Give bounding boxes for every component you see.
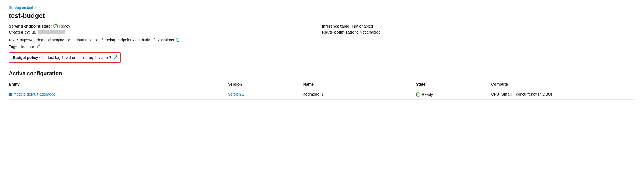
col-header-compute: Compute [491, 80, 635, 89]
check-circle-icon [53, 24, 58, 28]
inference-value: Not enabled [352, 24, 373, 28]
budget-info-icon[interactable]: i [39, 56, 43, 59]
version-cell: Version 1 [228, 89, 303, 100]
meta-section: Serving endpoint state: Ready Inference … [9, 24, 635, 34]
inference-row: Inference table: Not enabled [322, 24, 635, 28]
breadcrumb-separator: › [39, 6, 40, 10]
table-row: models.default.addmodel Version 1 addmod… [9, 89, 635, 100]
state-cell: Ready [416, 89, 491, 100]
budget-tag-1: test tag 1: value [48, 55, 75, 60]
tags-row: Tags: foo: bar [9, 44, 635, 49]
user-name-placeholder [38, 30, 65, 34]
page-title: test-budget [9, 12, 635, 20]
budget-tag-2: test tag 2: value 2 [80, 55, 111, 60]
url-value: https://e2-dogfood.staging.cloud.databri… [20, 38, 174, 42]
url-label: URL: [9, 38, 18, 42]
route-value: Not enabled [360, 30, 381, 34]
entity-icon [9, 93, 12, 96]
col-header-name: Name [303, 80, 416, 89]
edit-budget-policy-button[interactable] [113, 55, 117, 60]
route-optimization-row: Route optimization: Not enabled [322, 30, 635, 34]
budget-colon: : [44, 55, 46, 60]
copy-url-button[interactable] [176, 38, 179, 42]
compute-cell: CPU, Small 4 concurrency (4 DBU) [491, 89, 635, 100]
inference-label: Inference table: [322, 24, 350, 28]
entity-cell: models.default.addmodel [9, 89, 228, 100]
tags-label: Tags: [9, 45, 19, 49]
state-label: Serving endpoint state: [9, 24, 52, 28]
active-config-section: Active configuration Entity Version Name… [9, 70, 635, 100]
compute-detail-text: 4 concurrency (4 DBU) [513, 92, 552, 96]
table-body: models.default.addmodel Version 1 addmod… [9, 89, 635, 100]
name-cell: addmodel-1 [303, 89, 416, 100]
route-label: Route optimization: [322, 30, 358, 34]
edit-tags-button[interactable] [36, 44, 40, 49]
state-row: Serving endpoint state: Ready [9, 24, 322, 28]
budget-policy-box: Budget policy i : test tag 1: value test… [9, 52, 121, 63]
table-header: Entity Version Name State Compute [9, 80, 635, 89]
col-header-state: State [416, 80, 491, 89]
config-table: Entity Version Name State Compute models… [9, 80, 635, 100]
state-ready: Ready [416, 92, 433, 97]
entity-name: models.default.addmodel [13, 92, 56, 96]
created-by-row: Created by: [9, 30, 322, 34]
url-row: URL: https://e2-dogfood.staging.cloud.da… [9, 38, 635, 42]
created-by-label: Created by: [9, 30, 30, 34]
state-check-icon [416, 92, 420, 97]
version-link[interactable]: Version 1 [228, 92, 244, 96]
breadcrumb-link[interactable]: Serving endpoints [9, 6, 37, 10]
section-title: Active configuration [9, 70, 635, 77]
state-ready-text: Ready [422, 92, 433, 97]
col-header-entity: Entity [9, 80, 228, 89]
budget-tags: test tag 1: value test tag 2: value 2 [48, 55, 111, 60]
col-header-version: Version [228, 80, 303, 89]
svg-rect-0 [177, 39, 179, 41]
tags-value: foo: bar [21, 45, 34, 49]
user-icon [32, 30, 36, 34]
breadcrumb: Serving endpoints › [9, 6, 635, 10]
state-text: Ready [59, 24, 70, 28]
budget-policy-label: Budget policy i : [13, 55, 45, 60]
entity-link[interactable]: models.default.addmodel [9, 92, 225, 96]
state-value: Ready [53, 24, 70, 28]
compute-type: CPU, Small [491, 92, 512, 96]
budget-label-text: Budget policy [13, 55, 38, 60]
